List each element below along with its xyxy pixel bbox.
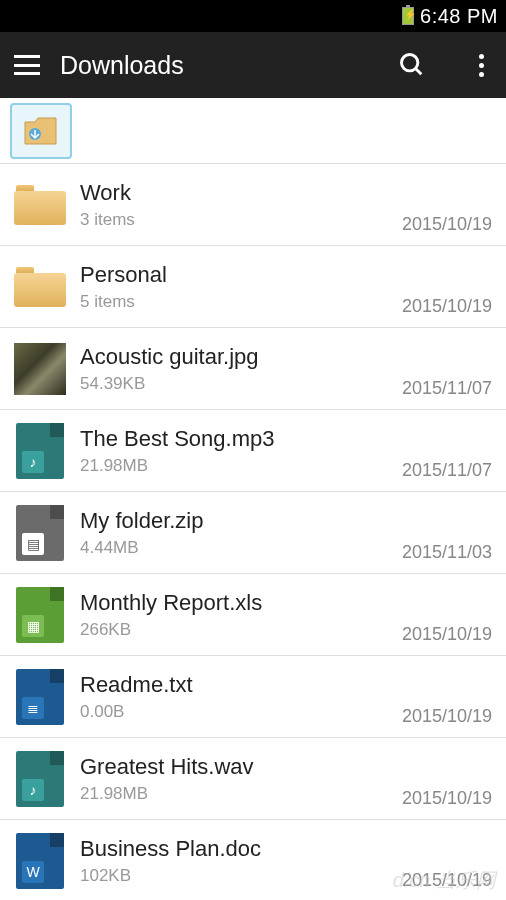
more-icon[interactable] bbox=[470, 54, 492, 77]
text-file-icon: ≣ bbox=[16, 669, 64, 725]
file-list: Work3 items2015/10/19Personal5 items2015… bbox=[0, 164, 506, 900]
audio-file-icon: ♪ bbox=[16, 423, 64, 479]
file-date: 2015/10/19 bbox=[402, 788, 492, 809]
status-time: 6:48 PM bbox=[420, 5, 498, 28]
svg-line-1 bbox=[416, 69, 422, 75]
breadcrumb bbox=[0, 98, 506, 164]
file-sub: 21.98MB bbox=[80, 784, 388, 804]
file-date: 2015/11/07 bbox=[402, 460, 492, 481]
folder-icon bbox=[14, 267, 66, 307]
file-sub: 102KB bbox=[80, 866, 388, 886]
file-name: Business Plan.doc bbox=[80, 836, 388, 862]
file-sub: 21.98MB bbox=[80, 456, 388, 476]
list-item[interactable]: ▦Monthly Report.xls266KB2015/10/19 bbox=[0, 574, 506, 656]
file-sub: 5 items bbox=[80, 292, 388, 312]
file-date: 2015/10/19 bbox=[402, 214, 492, 235]
list-item[interactable]: ♪The Best Song.mp321.98MB2015/11/07 bbox=[0, 410, 506, 492]
file-name: Monthly Report.xls bbox=[80, 590, 388, 616]
folder-icon bbox=[14, 185, 66, 225]
spreadsheet-file-icon: ▦ bbox=[16, 587, 64, 643]
file-date: 2015/10/19 bbox=[402, 706, 492, 727]
file-name: Personal bbox=[80, 262, 388, 288]
page-title: Downloads bbox=[60, 51, 378, 80]
file-sub: 4.44MB bbox=[80, 538, 388, 558]
archive-file-icon: ▤ bbox=[16, 505, 64, 561]
menu-icon[interactable] bbox=[14, 55, 40, 75]
list-item[interactable]: WBusiness Plan.doc102KB2015/10/19 bbox=[0, 820, 506, 900]
svg-point-0 bbox=[402, 55, 418, 71]
search-icon[interactable] bbox=[398, 51, 426, 79]
list-item[interactable]: Personal5 items2015/10/19 bbox=[0, 246, 506, 328]
status-bar: 6:48 PM bbox=[0, 0, 506, 32]
file-date: 2015/11/07 bbox=[402, 378, 492, 399]
list-item[interactable]: Acoustic guitar.jpg54.39KB2015/11/07 bbox=[0, 328, 506, 410]
file-name: The Best Song.mp3 bbox=[80, 426, 388, 452]
file-date: 2015/10/19 bbox=[402, 296, 492, 317]
list-item[interactable]: Work3 items2015/10/19 bbox=[0, 164, 506, 246]
file-name: Work bbox=[80, 180, 388, 206]
file-sub: 54.39KB bbox=[80, 374, 388, 394]
list-item[interactable]: ♪Greatest Hits.wav21.98MB2015/10/19 bbox=[0, 738, 506, 820]
app-bar: Downloads bbox=[0, 32, 506, 98]
file-date: 2015/10/19 bbox=[402, 624, 492, 645]
list-item[interactable]: ▤My folder.zip4.44MB2015/11/03 bbox=[0, 492, 506, 574]
file-name: Acoustic guitar.jpg bbox=[80, 344, 388, 370]
file-name: My folder.zip bbox=[80, 508, 388, 534]
file-sub: 0.00B bbox=[80, 702, 388, 722]
file-sub: 266KB bbox=[80, 620, 388, 640]
audio-file-icon: ♪ bbox=[16, 751, 64, 807]
file-date: 2015/11/03 bbox=[402, 542, 492, 563]
list-item[interactable]: ≣Readme.txt0.00B2015/10/19 bbox=[0, 656, 506, 738]
image-thumbnail bbox=[14, 343, 66, 395]
file-date: 2015/10/19 bbox=[402, 870, 492, 891]
file-name: Greatest Hits.wav bbox=[80, 754, 388, 780]
breadcrumb-root[interactable] bbox=[10, 103, 72, 159]
file-name: Readme.txt bbox=[80, 672, 388, 698]
battery-icon bbox=[402, 7, 414, 25]
document-file-icon: W bbox=[16, 833, 64, 889]
file-sub: 3 items bbox=[80, 210, 388, 230]
